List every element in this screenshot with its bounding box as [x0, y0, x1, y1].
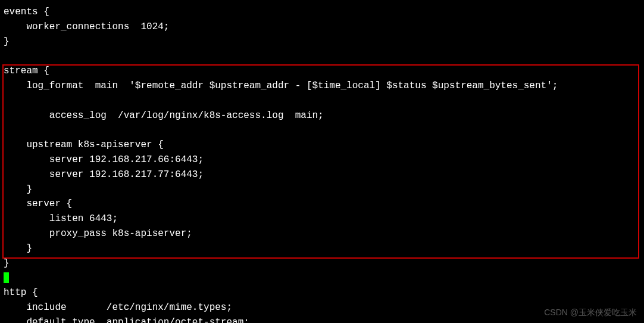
code-line: access_log /var/log/nginx/k8s-access.log…	[4, 110, 324, 121]
code-line: }	[4, 184, 32, 195]
code-block: events { worker_connections 1024; } stre…	[0, 0, 644, 323]
code-line: listen 6443;	[4, 213, 118, 224]
code-line: upstream k8s-apiserver {	[4, 139, 164, 150]
code-line: proxy_pass k8s-apiserver;	[4, 228, 192, 239]
watermark-text: CSDN @玉米侠爱吃玉米	[544, 308, 637, 318]
code-line: server 192.168.217.66:6443;	[4, 154, 204, 165]
code-line: default_type application/octet-stream;	[4, 317, 249, 323]
code-line: worker_connections 1024;	[4, 21, 169, 32]
code-line: server {	[4, 198, 72, 209]
code-line: log_format main '$remote_addr $upstream_…	[4, 80, 558, 91]
code-line: }	[4, 36, 10, 47]
code-line: events {	[4, 7, 49, 17]
code-line: stream {	[4, 66, 49, 76]
code-line: server 192.168.217.77:6443;	[4, 169, 204, 180]
code-line: }	[4, 258, 10, 269]
cursor-icon	[4, 272, 9, 283]
code-line: http {	[4, 287, 38, 298]
code-line: }	[4, 243, 32, 254]
code-line: include /etc/nginx/mime.types;	[4, 302, 232, 313]
